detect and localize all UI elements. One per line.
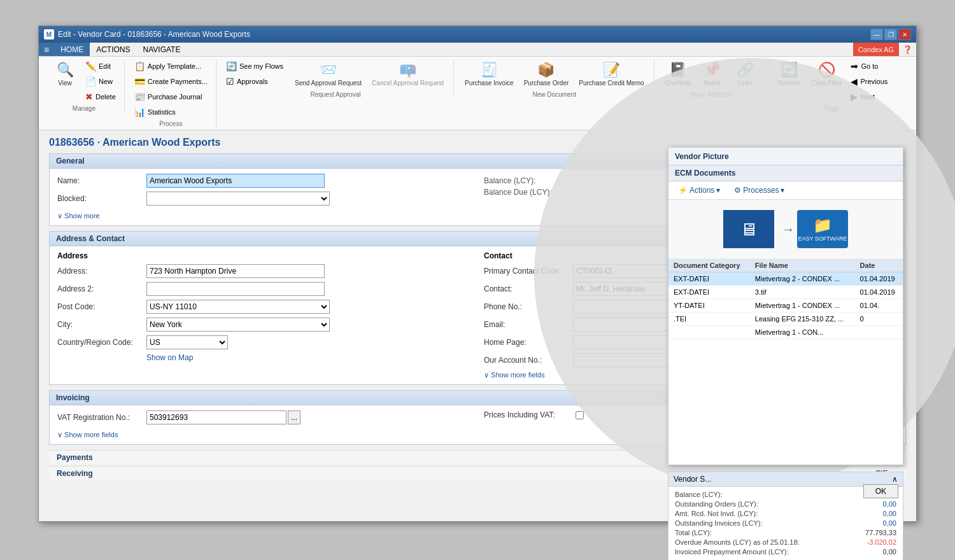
app-icon: M	[44, 29, 54, 39]
apply-template-button[interactable]: 📋 Apply Template...	[131, 59, 204, 73]
ribbon-group-process: 📋 Apply Template... 💳 Create Payments...…	[126, 59, 216, 127]
stat-value: -3.020,02	[845, 538, 896, 546]
post-code-select[interactable]: US-NY 11010	[146, 300, 330, 314]
stat-row: Invoiced Prepayment Amount (LCY): 0,00	[675, 548, 896, 556]
close-button[interactable]: ✕	[898, 29, 911, 40]
see-my-flows-button[interactable]: 🔄 See my Flows	[223, 59, 286, 73]
purchase-order-icon: 📦	[537, 62, 555, 78]
view-button[interactable]: 🔍 View	[49, 59, 81, 90]
delete-button[interactable]: ✖ Delete	[82, 90, 119, 104]
view-label: View	[58, 80, 72, 87]
ecm-logo-area: 🖥 → 📁 EASY SOFTWARE	[668, 200, 903, 259]
ecm-logo-left: 🖥	[723, 210, 774, 248]
help-button[interactable]: ❓	[899, 43, 916, 56]
edit-label: Edit	[99, 62, 111, 70]
approvals-button[interactable]: ☑ Approvals	[223, 74, 286, 88]
menu-item-navigate[interactable]: NAVIGATE	[137, 43, 187, 56]
address-input[interactable]	[146, 264, 325, 278]
statistics-button[interactable]: 📊 Statistics	[131, 105, 179, 119]
show-on-map[interactable]: Show on Map	[146, 353, 471, 362]
ecm-table-row[interactable]: EXT-DATEI Mietvertrag 2 - CONDEX ... 01.…	[668, 272, 903, 286]
ecm-logo-right: 📁 EASY SOFTWARE	[797, 210, 848, 248]
ribbon-process-buttons: 📋 Apply Template... 💳 Create Payments...…	[131, 59, 211, 119]
manage-group-label: Manage	[73, 105, 96, 112]
send-approval-button[interactable]: 📨 Send Approval Request	[290, 59, 366, 90]
ecm-actions-button[interactable]: ⚡ Actions ▾	[674, 184, 725, 197]
city-select[interactable]: New York	[146, 318, 330, 332]
ribbon-manage-buttons: 🔍 View ✏️ Edit 📄 New ✖ Delete	[49, 59, 119, 104]
create-payments-button[interactable]: 💳 Create Payments...	[131, 74, 211, 88]
app-menu-button[interactable]: ≡	[39, 43, 54, 56]
purchase-credit-memo-button[interactable]: 📝 Purchase Credit Memo	[574, 59, 648, 90]
window-controls: — ❐ ✕	[870, 29, 911, 40]
new-document-group-label: New Document	[533, 91, 576, 98]
ecm-table-row[interactable]: EXT-DATEI 3.tif 01.04.2019	[668, 286, 903, 299]
blocked-select[interactable]	[146, 192, 330, 206]
city-label: City:	[57, 320, 146, 329]
ok-button[interactable]: OK	[863, 484, 898, 498]
ecm-toolbar: ⚡ Actions ▾ ⚙ Processes ▾	[668, 181, 903, 200]
vat-reg-lookup-button[interactable]: ...	[288, 410, 301, 424]
purchase-invoice-label: Purchase Invoice	[465, 80, 514, 87]
ecm-vendor-picture-header: Vendor Picture	[668, 148, 903, 165]
purchase-journal-button[interactable]: 📰 Purchase Journal	[131, 90, 206, 104]
ecm-table-row[interactable]: .TEI Leasing EFG 215-310 ZZ, ... 0	[668, 312, 903, 326]
invoicing-left: VAT Registration No.: ...	[57, 410, 471, 428]
ecm-table-row[interactable]: YT-DATEI Mietvertrag 1 - CONDEX ... 01.0…	[668, 299, 903, 312]
new-button[interactable]: 📄 New	[82, 74, 119, 88]
menu-item-home[interactable]: HOME	[54, 43, 90, 56]
general-left-col: Name: Blocked:	[57, 174, 471, 209]
country-select[interactable]: US	[146, 335, 228, 349]
ecm-cell-filename: Mietvertrag 2 - CONDEX ...	[750, 272, 855, 286]
menu-item-actions[interactable]: ACTIONS	[90, 43, 136, 56]
ecm-cell-category: EXT-DATEI	[668, 286, 750, 299]
ecm-cell-category	[668, 326, 750, 339]
ecm-table-container: Document Category File Name Date EXT-DAT…	[668, 259, 903, 339]
ribbon-group-new-document: 🧾 Purchase Invoice 📦 Purchase Order 📝 Pu…	[455, 59, 654, 98]
ecm-processes-icon: ⚙	[734, 186, 741, 195]
ribbon-approval-buttons: 🔄 See my Flows ☑ Approvals 📨 Send Approv…	[223, 59, 448, 90]
vat-reg-input[interactable]	[146, 410, 286, 424]
purchase-credit-memo-label: Purchase Credit Memo	[579, 80, 644, 87]
condex-badge: Condex AG	[853, 43, 899, 56]
ribbon-new-doc-buttons: 🧾 Purchase Invoice 📦 Purchase Order 📝 Pu…	[460, 59, 649, 90]
ecm-logo-arrow-icon: →	[782, 222, 795, 237]
delete-icon: ✖	[85, 92, 93, 102]
stat-value: 0,00	[845, 510, 896, 517]
ecm-processes-button[interactable]: ⚙ Processes ▾	[730, 184, 789, 197]
restore-button[interactable]: ❐	[884, 29, 897, 40]
ecm-table-row[interactable]: Mietvertrag 1 - CON...	[668, 326, 903, 339]
stat-value: 0,00	[845, 500, 896, 508]
general-section-title: General	[56, 157, 85, 165]
blocked-row: Blocked:	[57, 192, 471, 206]
country-label: Country/Region Code:	[57, 338, 146, 347]
send-approval-label: Send Approval Request	[295, 80, 362, 87]
ecm-cell-date: 01.04.2019	[855, 272, 903, 286]
new-label: New	[99, 78, 113, 85]
approvals-label: Approvals	[237, 78, 268, 85]
address-label: Address:	[57, 267, 146, 276]
post-code-row: Post Code: US-NY 11010	[57, 300, 471, 314]
name-input[interactable]	[146, 174, 325, 188]
invoicing-section-title: Invoicing	[56, 393, 90, 402]
go-to-button[interactable]: ➡ Go to	[847, 59, 891, 73]
cancel-approval-button[interactable]: 📪 Cancel Approval Request	[367, 59, 448, 90]
blocked-label: Blocked:	[57, 194, 146, 203]
cancel-approval-icon: 📪	[399, 62, 416, 78]
address-heading: Address	[57, 251, 471, 260]
stat-label: Outstanding Invoices (LCY):	[675, 519, 845, 527]
purchase-order-button[interactable]: 📦 Purchase Order	[520, 59, 574, 90]
flows-group: 🔄 See my Flows ☑ Approvals	[223, 59, 286, 88]
minimize-button[interactable]: —	[870, 29, 883, 40]
address-contact-title: Address & Contact	[56, 234, 125, 243]
purchase-credit-memo-icon: 📝	[603, 62, 620, 78]
country-row: Country/Region Code: US	[57, 335, 471, 349]
ecm-cell-category: YT-DATEI	[668, 299, 750, 312]
edit-button[interactable]: ✏️ Edit	[82, 59, 119, 73]
address2-input[interactable]	[146, 282, 325, 296]
stat-row: Overdue Amounts (LCY) as of 25.01.18: -3…	[675, 538, 896, 546]
prices-vat-checkbox[interactable]	[576, 411, 584, 419]
purchase-invoice-button[interactable]: 🧾 Purchase Invoice	[460, 59, 518, 90]
create-payments-label: Create Payments...	[148, 78, 208, 85]
purchase-journal-label: Purchase Journal	[148, 93, 202, 101]
